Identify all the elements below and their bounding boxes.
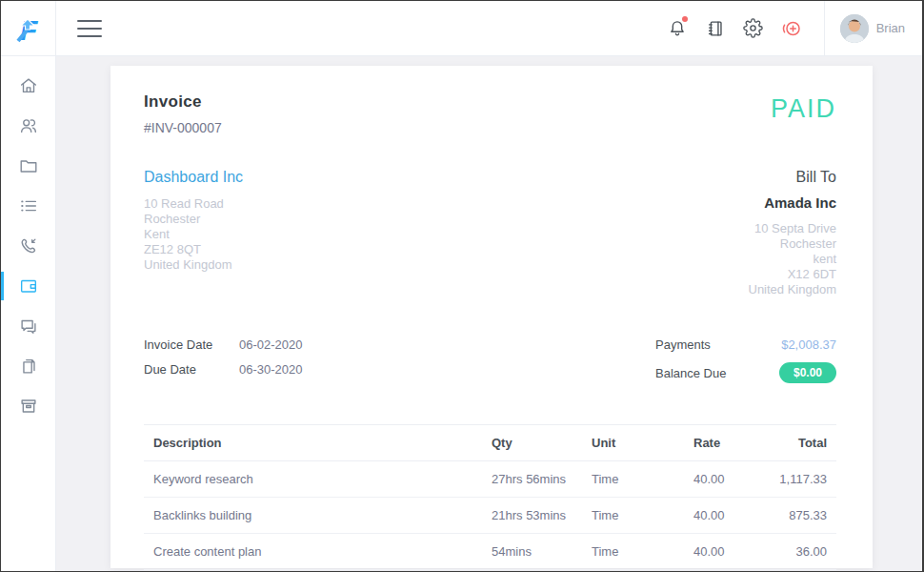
phone-incoming-icon	[18, 235, 39, 256]
status-paid-label: PAID	[771, 94, 836, 124]
main-content: Invoice #INV-000007 PAID Dashboard Inc 1…	[56, 56, 922, 571]
cell-total: 875.33	[753, 498, 836, 534]
cell-unit: Time	[582, 498, 684, 534]
sidebar-item-contacts[interactable]	[1, 106, 55, 146]
sidebar	[1, 56, 56, 571]
menu-toggle-button[interactable]	[77, 20, 102, 37]
invoice-card: Invoice #INV-000007 PAID Dashboard Inc 1…	[110, 66, 873, 568]
cell-description: Backlinks building	[144, 498, 482, 534]
sidebar-item-archive[interactable]	[1, 386, 55, 426]
topbar: F	[1, 1, 922, 56]
app-logo[interactable]: F	[1, 1, 56, 55]
notification-badge-dot	[682, 16, 688, 22]
chat-icon	[18, 316, 39, 337]
wallet-invoice-icon	[18, 276, 39, 296]
archive-icon	[18, 396, 39, 417]
cell-total: 1,117.33	[753, 461, 836, 498]
sidebar-item-projects[interactable]	[1, 146, 55, 186]
due-date-value: 06-30-2020	[239, 362, 303, 377]
gear-icon	[743, 18, 763, 38]
col-qty: Qty	[482, 425, 582, 461]
billto-address-line: X12 6DT	[749, 267, 837, 282]
contacts-icon	[18, 115, 39, 136]
billto-address-line: United Kingdom	[749, 282, 837, 297]
billto-address-line: 10 Septa Drive	[749, 221, 837, 236]
from-address-line: 10 Read Road	[144, 196, 243, 212]
table-row[interactable]: Create content plan 54mins Time 40.00 36…	[144, 534, 836, 570]
invoice-date-label: Invoice Date	[144, 337, 239, 352]
cell-qty: 21hrs 53mins	[482, 498, 582, 534]
cell-qty: 27hrs 56mins	[482, 461, 582, 498]
col-rate: Rate	[684, 425, 753, 461]
sidebar-item-calls[interactable]	[1, 226, 55, 266]
company-name-link[interactable]: Dashboard Inc	[144, 169, 243, 186]
notebook-button[interactable]	[696, 1, 734, 56]
quick-add-record-button[interactable]	[773, 1, 811, 56]
from-address-line: Rochester	[144, 212, 243, 227]
invoice-number: #INV-000007	[144, 120, 222, 135]
invoice-date-value: 06-02-2020	[239, 337, 303, 352]
folder-icon	[18, 155, 39, 176]
cell-total: 36.00	[753, 534, 836, 570]
bill-to-label: Bill To	[749, 169, 837, 186]
list-icon	[18, 195, 39, 216]
user-menu[interactable]: Brian	[824, 1, 922, 56]
balance-due-badge: $0.00	[779, 362, 836, 383]
bill-to-block: Bill To Amada Inc 10 Septa Drive Rochest…	[749, 169, 837, 297]
table-row[interactable]: Keyword research 27hrs 56mins Time 40.00…	[144, 461, 836, 498]
brand-logo-icon: F	[11, 11, 46, 46]
sidebar-item-invoices[interactable]	[1, 266, 55, 306]
amounts-block: Payments $2,008.37 Balance Due $0.00	[655, 337, 836, 394]
invoice-title: Invoice	[144, 92, 222, 112]
cell-unit: Time	[582, 534, 684, 570]
col-unit: Unit	[582, 425, 684, 461]
cell-rate: 40.00	[684, 461, 753, 498]
record-add-icon	[780, 17, 803, 40]
user-name: Brian	[876, 21, 905, 35]
home-icon	[18, 75, 39, 96]
payments-label: Payments	[655, 337, 711, 352]
due-date-label: Due Date	[144, 362, 239, 377]
table-header-row: Description Qty Unit Rate Total	[144, 425, 836, 461]
cell-description: Keyword research	[144, 461, 482, 498]
col-total: Total	[753, 425, 836, 461]
sidebar-item-documents[interactable]	[1, 346, 55, 386]
cell-description: Create content plan	[144, 534, 482, 570]
settings-button[interactable]	[734, 1, 773, 56]
from-address-line: United Kingdom	[144, 257, 243, 273]
from-address-line: Kent	[144, 227, 243, 242]
app-window: F	[0, 0, 924, 572]
from-address-line: ZE12 8QT	[144, 242, 243, 257]
documents-icon	[18, 356, 39, 377]
payments-value[interactable]: $2,008.37	[781, 337, 836, 352]
company-from-block: Dashboard Inc 10 Read Road Rochester Ken…	[144, 169, 243, 297]
sidebar-item-home[interactable]	[1, 66, 55, 106]
cell-rate: 40.00	[684, 498, 753, 534]
balance-due-label: Balance Due	[655, 366, 726, 380]
cell-unit: Time	[582, 461, 684, 498]
bill-to-name: Amada Inc	[749, 194, 837, 211]
table-row[interactable]: Backlinks building 21hrs 53mins Time 40.…	[144, 498, 836, 534]
avatar	[840, 14, 869, 43]
notifications-button[interactable]	[658, 1, 696, 56]
dates-block: Invoice Date 06-02-2020 Due Date 06-30-2…	[144, 337, 303, 394]
billto-address-line: kent	[749, 252, 837, 267]
cell-rate: 40.00	[684, 534, 753, 570]
col-description: Description	[144, 425, 482, 461]
billto-address-line: Rochester	[749, 236, 837, 252]
line-items-table: Description Qty Unit Rate Total Keyword …	[144, 424, 836, 570]
sidebar-item-chat[interactable]	[1, 306, 55, 346]
notebook-icon	[705, 18, 726, 39]
cell-qty: 54mins	[482, 534, 582, 570]
topbar-actions: Brian	[658, 1, 922, 55]
sidebar-item-tasks[interactable]	[1, 186, 55, 226]
